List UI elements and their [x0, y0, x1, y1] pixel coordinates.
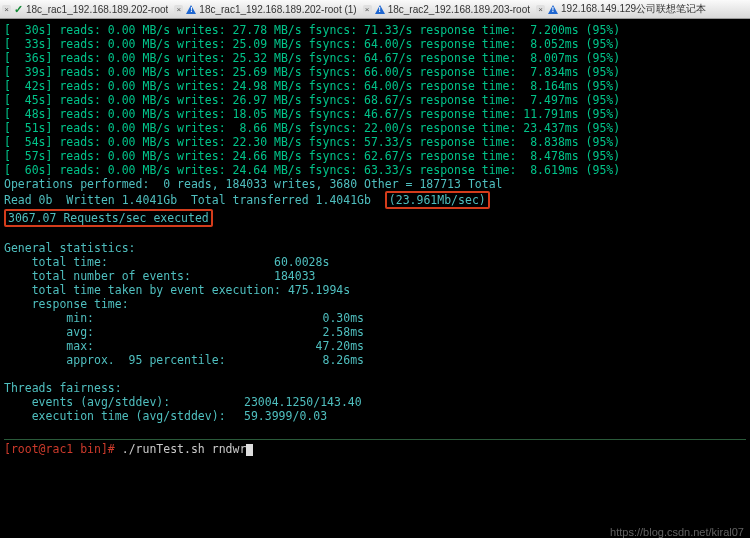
check-icon: ✓	[14, 3, 23, 16]
tab-label: 18c_rac1_192.168.189.202-root	[26, 4, 168, 15]
tab-label: 18c_rac2_192.168.189.203-root	[388, 4, 530, 15]
requests-line: 3067.07 Requests/sec executed	[4, 209, 746, 227]
table-row: [ 39s] reads: 0.00 MB/s writes: 25.69 MB…	[4, 65, 746, 79]
stat-total-time: total time:60.0028s	[4, 255, 746, 269]
tab-label: 192.168.149.129公司联想笔记本	[561, 2, 706, 16]
transfer-prefix: Read 0b Written 1.4041Gb Total transferr…	[4, 193, 385, 207]
stat-exec-time: total time taken by event execution: 475…	[4, 283, 746, 297]
tab-item[interactable]: × 18c_rac1_192.168.189.202-root (1)	[174, 4, 356, 15]
prompt-line[interactable]: [root@rac1 bin]# ./runTest.sh rndwr	[4, 442, 746, 456]
fairness-exec: execution time (avg/stddev):59.3999/0.03	[4, 409, 746, 423]
table-row: [ 30s] reads: 0.00 MB/s writes: 27.78 MB…	[4, 23, 746, 37]
stat-max: max:47.20ms	[4, 339, 746, 353]
tab-bar: × ✓ 18c_rac1_192.168.189.202-root × 18c_…	[0, 0, 750, 19]
prompt-user: [root@rac1 bin]#	[4, 442, 122, 456]
requests-highlight: 3067.07 Requests/sec executed	[4, 209, 213, 227]
warning-icon	[548, 5, 558, 14]
prompt-command: ./runTest.sh rndwr	[122, 442, 247, 456]
tab-label: 18c_rac1_192.168.189.202-root (1)	[199, 4, 356, 15]
warning-icon	[375, 5, 385, 14]
table-row: [ 60s] reads: 0.00 MB/s writes: 24.64 MB…	[4, 163, 746, 177]
table-row: [ 54s] reads: 0.00 MB/s writes: 22.30 MB…	[4, 135, 746, 149]
table-row: [ 45s] reads: 0.00 MB/s writes: 26.97 MB…	[4, 93, 746, 107]
fairness-events: events (avg/stddev):23004.1250/143.40	[4, 395, 746, 409]
fairness-header: Threads fairness:	[4, 381, 746, 395]
tab-item[interactable]: × 18c_rac2_192.168.189.203-root	[363, 4, 530, 15]
table-row: [ 51s] reads: 0.00 MB/s writes: 8.66 MB/…	[4, 121, 746, 135]
interval-rows: [ 30s] reads: 0.00 MB/s writes: 27.78 MB…	[4, 23, 746, 177]
table-row: [ 48s] reads: 0.00 MB/s writes: 18.05 MB…	[4, 107, 746, 121]
table-row: [ 36s] reads: 0.00 MB/s writes: 25.32 MB…	[4, 51, 746, 65]
close-icon[interactable]: ×	[2, 5, 11, 14]
cursor	[246, 444, 253, 456]
tab-item[interactable]: × ✓ 18c_rac1_192.168.189.202-root	[2, 3, 168, 16]
stat-response-header: response time:	[4, 297, 746, 311]
stat-min: min:0.30ms	[4, 311, 746, 325]
stat-p95: approx. 95 percentile:8.26ms	[4, 353, 746, 367]
divider	[4, 439, 746, 440]
table-row: [ 33s] reads: 0.00 MB/s writes: 25.09 MB…	[4, 37, 746, 51]
warning-icon	[186, 5, 196, 14]
tab-item[interactable]: × 192.168.149.129公司联想笔记本	[536, 2, 706, 16]
table-row: [ 57s] reads: 0.00 MB/s writes: 24.66 MB…	[4, 149, 746, 163]
close-icon[interactable]: ×	[536, 5, 545, 14]
close-icon[interactable]: ×	[363, 5, 372, 14]
transfer-line: Read 0b Written 1.4041Gb Total transferr…	[4, 191, 746, 209]
operations-performed: Operations performed: 0 reads, 184033 wr…	[4, 177, 746, 191]
terminal-output[interactable]: [ 30s] reads: 0.00 MB/s writes: 27.78 MB…	[0, 19, 750, 538]
stat-avg: avg:2.58ms	[4, 325, 746, 339]
general-stats-header: General statistics:	[4, 241, 746, 255]
throughput-highlight: (23.961Mb/sec)	[385, 191, 490, 209]
watermark: https://blog.csdn.net/kiral07	[610, 525, 744, 538]
close-icon[interactable]: ×	[174, 5, 183, 14]
table-row: [ 42s] reads: 0.00 MB/s writes: 24.98 MB…	[4, 79, 746, 93]
stat-total-events: total number of events:184033	[4, 269, 746, 283]
